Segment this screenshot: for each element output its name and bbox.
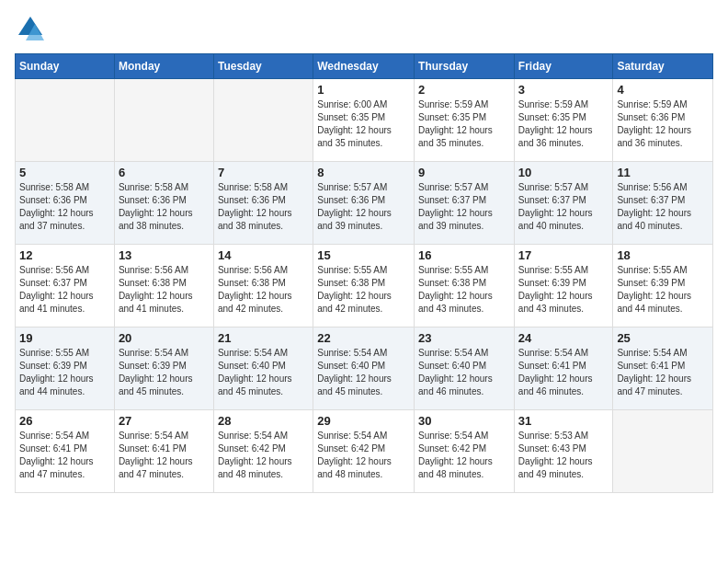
day-number: 17 [518, 248, 609, 262]
day-number: 5 [19, 166, 110, 179]
calendar-week-4: 19Sunrise: 5:55 AM Sunset: 6:39 PM Dayli… [16, 327, 713, 410]
calendar-cell: 16Sunrise: 5:55 AM Sunset: 6:38 PM Dayli… [415, 245, 515, 327]
day-number: 1 [317, 83, 410, 97]
day-info: Sunrise: 5:54 AM Sunset: 6:41 PM Dayligh… [617, 347, 709, 398]
calendar-cell: 9Sunrise: 5:57 AM Sunset: 6:37 PM Daylig… [415, 162, 515, 245]
day-info: Sunrise: 5:56 AM Sunset: 6:37 PM Dayligh… [617, 181, 709, 233]
calendar-cell: 25Sunrise: 5:54 AM Sunset: 6:41 PM Dayli… [613, 327, 713, 410]
day-info: Sunrise: 5:58 AM Sunset: 6:36 PM Dayligh… [218, 181, 309, 233]
day-info: Sunrise: 5:54 AM Sunset: 6:41 PM Dayligh… [19, 430, 110, 481]
day-info: Sunrise: 5:54 AM Sunset: 6:39 PM Dayligh… [119, 347, 210, 398]
day-info: Sunrise: 5:54 AM Sunset: 6:40 PM Dayligh… [218, 347, 309, 398]
day-info: Sunrise: 5:55 AM Sunset: 6:38 PM Dayligh… [317, 264, 410, 316]
day-number: 16 [418, 248, 510, 262]
day-info: Sunrise: 5:57 AM Sunset: 6:37 PM Dayligh… [518, 181, 609, 233]
day-info: Sunrise: 5:54 AM Sunset: 6:41 PM Dayligh… [119, 430, 210, 481]
calendar-cell: 27Sunrise: 5:54 AM Sunset: 6:41 PM Dayli… [114, 410, 213, 493]
day-number: 15 [317, 248, 410, 262]
calendar-cell: 14Sunrise: 5:56 AM Sunset: 6:38 PM Dayli… [213, 245, 313, 327]
day-number: 10 [518, 166, 609, 179]
calendar-cell: 7Sunrise: 5:58 AM Sunset: 6:36 PM Daylig… [213, 162, 313, 245]
day-info: Sunrise: 5:54 AM Sunset: 6:40 PM Dayligh… [317, 347, 410, 398]
day-number: 20 [119, 331, 210, 345]
day-number: 7 [218, 166, 309, 179]
day-info: Sunrise: 5:54 AM Sunset: 6:42 PM Dayligh… [317, 430, 410, 481]
calendar-cell: 22Sunrise: 5:54 AM Sunset: 6:40 PM Dayli… [313, 327, 415, 410]
calendar-cell: 19Sunrise: 5:55 AM Sunset: 6:39 PM Dayli… [16, 327, 115, 410]
calendar-body: 1Sunrise: 6:00 AM Sunset: 6:35 PM Daylig… [16, 79, 713, 493]
day-info: Sunrise: 5:57 AM Sunset: 6:36 PM Dayligh… [317, 181, 410, 233]
calendar-cell: 17Sunrise: 5:55 AM Sunset: 6:39 PM Dayli… [514, 245, 613, 327]
day-info: Sunrise: 5:55 AM Sunset: 6:39 PM Dayligh… [19, 347, 110, 398]
day-number: 28 [218, 414, 309, 428]
calendar-cell: 6Sunrise: 5:58 AM Sunset: 6:36 PM Daylig… [114, 162, 213, 245]
calendar-cell: 1Sunrise: 6:00 AM Sunset: 6:35 PM Daylig… [313, 79, 415, 162]
day-number: 31 [518, 414, 609, 428]
day-number: 22 [317, 331, 410, 345]
day-number: 12 [19, 248, 110, 262]
header-day-monday: Monday [114, 54, 213, 79]
day-number: 9 [418, 166, 510, 179]
day-number: 21 [218, 331, 309, 345]
calendar-cell: 8Sunrise: 5:57 AM Sunset: 6:36 PM Daylig… [313, 162, 415, 245]
day-info: Sunrise: 5:59 AM Sunset: 6:35 PM Dayligh… [518, 98, 609, 150]
calendar-cell: 28Sunrise: 5:54 AM Sunset: 6:42 PM Dayli… [213, 410, 313, 493]
day-info: Sunrise: 5:55 AM Sunset: 6:39 PM Dayligh… [518, 264, 609, 316]
calendar-cell [213, 79, 313, 162]
calendar-cell: 18Sunrise: 5:55 AM Sunset: 6:39 PM Dayli… [613, 245, 713, 327]
calendar-cell [16, 79, 115, 162]
day-number: 23 [418, 331, 510, 345]
calendar-cell: 15Sunrise: 5:55 AM Sunset: 6:38 PM Dayli… [313, 245, 415, 327]
calendar-cell: 23Sunrise: 5:54 AM Sunset: 6:40 PM Dayli… [415, 327, 515, 410]
day-info: Sunrise: 5:55 AM Sunset: 6:39 PM Dayligh… [617, 264, 709, 316]
day-number: 6 [119, 166, 210, 179]
day-number: 11 [617, 166, 709, 179]
calendar-week-3: 12Sunrise: 5:56 AM Sunset: 6:37 PM Dayli… [16, 245, 713, 327]
day-number: 25 [617, 331, 709, 345]
day-info: Sunrise: 5:56 AM Sunset: 6:38 PM Dayligh… [119, 264, 210, 316]
calendar-cell: 30Sunrise: 5:54 AM Sunset: 6:42 PM Dayli… [415, 410, 515, 493]
calendar-week-5: 26Sunrise: 5:54 AM Sunset: 6:41 PM Dayli… [16, 410, 713, 493]
calendar-cell: 21Sunrise: 5:54 AM Sunset: 6:40 PM Dayli… [213, 327, 313, 410]
logo [15, 15, 44, 42]
header-day-friday: Friday [514, 54, 613, 79]
calendar-cell [114, 79, 213, 162]
header-day-thursday: Thursday [415, 54, 515, 79]
calendar-cell: 29Sunrise: 5:54 AM Sunset: 6:42 PM Dayli… [313, 410, 415, 493]
day-number: 24 [518, 331, 609, 345]
calendar-cell: 11Sunrise: 5:56 AM Sunset: 6:37 PM Dayli… [613, 162, 713, 245]
calendar-cell: 26Sunrise: 5:54 AM Sunset: 6:41 PM Dayli… [16, 410, 115, 493]
calendar-week-2: 5Sunrise: 5:58 AM Sunset: 6:36 PM Daylig… [16, 162, 713, 245]
day-info: Sunrise: 5:56 AM Sunset: 6:38 PM Dayligh… [218, 264, 309, 316]
calendar-cell: 3Sunrise: 5:59 AM Sunset: 6:35 PM Daylig… [514, 79, 613, 162]
day-number: 13 [119, 248, 210, 262]
day-info: Sunrise: 5:59 AM Sunset: 6:35 PM Dayligh… [418, 98, 510, 150]
calendar-cell: 10Sunrise: 5:57 AM Sunset: 6:37 PM Dayli… [514, 162, 613, 245]
day-number: 8 [317, 166, 410, 179]
day-info: Sunrise: 5:58 AM Sunset: 6:36 PM Dayligh… [119, 181, 210, 233]
calendar-week-1: 1Sunrise: 6:00 AM Sunset: 6:35 PM Daylig… [16, 79, 713, 162]
day-number: 30 [418, 414, 510, 428]
day-number: 3 [518, 83, 609, 97]
day-info: Sunrise: 5:54 AM Sunset: 6:40 PM Dayligh… [418, 347, 510, 398]
header-day-wednesday: Wednesday [313, 54, 415, 79]
day-info: Sunrise: 5:56 AM Sunset: 6:37 PM Dayligh… [19, 264, 110, 316]
calendar-header: SundayMondayTuesdayWednesdayThursdayFrid… [16, 54, 713, 79]
day-info: Sunrise: 5:55 AM Sunset: 6:38 PM Dayligh… [418, 264, 510, 316]
day-number: 29 [317, 414, 410, 428]
logo-icon [17, 15, 44, 42]
calendar-cell: 12Sunrise: 5:56 AM Sunset: 6:37 PM Dayli… [16, 245, 115, 327]
calendar-cell: 5Sunrise: 5:58 AM Sunset: 6:36 PM Daylig… [16, 162, 115, 245]
header-row: SundayMondayTuesdayWednesdayThursdayFrid… [16, 54, 713, 79]
day-info: Sunrise: 5:54 AM Sunset: 6:41 PM Dayligh… [518, 347, 609, 398]
page-header [15, 15, 713, 42]
calendar-cell: 2Sunrise: 5:59 AM Sunset: 6:35 PM Daylig… [415, 79, 515, 162]
day-number: 19 [19, 331, 110, 345]
day-number: 2 [418, 83, 510, 97]
day-info: Sunrise: 5:59 AM Sunset: 6:36 PM Dayligh… [617, 98, 709, 150]
day-number: 18 [617, 248, 709, 262]
header-day-tuesday: Tuesday [213, 54, 313, 79]
header-day-sunday: Sunday [16, 54, 115, 79]
day-info: Sunrise: 6:00 AM Sunset: 6:35 PM Dayligh… [317, 98, 410, 150]
calendar-cell: 31Sunrise: 5:53 AM Sunset: 6:43 PM Dayli… [514, 410, 613, 493]
